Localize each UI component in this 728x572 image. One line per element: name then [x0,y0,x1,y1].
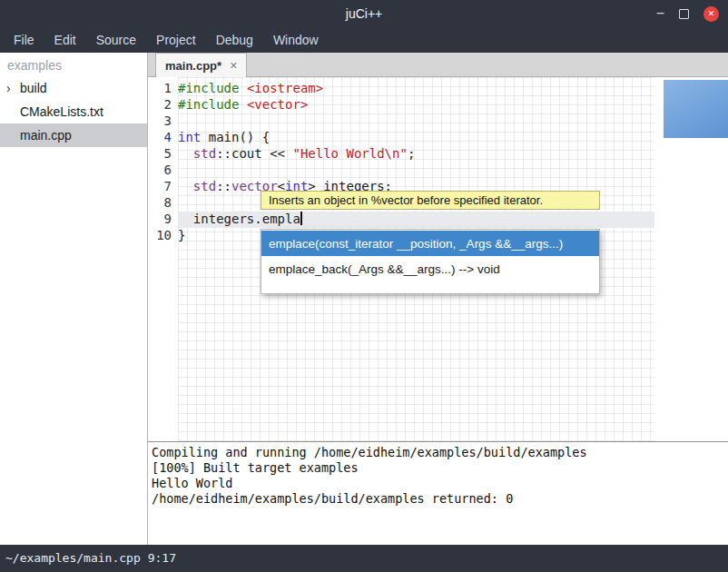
close-icon: ✕ [708,9,715,18]
menu-file[interactable]: File [4,27,44,53]
line-number: 1 [148,81,178,97]
output-line: Hello World [152,476,728,491]
code-line-6[interactable] [178,163,654,179]
code-token: #include [178,81,239,95]
sidebar-item-main-cpp[interactable]: main.cpp [0,123,147,147]
status-file-path: ~/examples/main.cpp [5,551,141,565]
code-line-9[interactable]: integers.empla [178,212,654,228]
code-line-1[interactable]: #include <iostream> [178,81,654,97]
menubar: FileEditSourceProjectDebugWindow [0,27,728,53]
editor[interactable]: 12345678910 #include <iostream>#include … [148,77,728,441]
line-number: 10 [148,228,178,244]
code-line-5[interactable]: std::cout << "Hello World\n"; [178,146,654,163]
code-token: <iostream> [247,81,323,95]
output-line: /home/eidheim/examples/build/examples re… [152,491,728,507]
maximize-button[interactable] [679,9,689,19]
sidebar-item-build[interactable]: ›build [0,76,147,100]
code-token: int [178,130,201,144]
sidebar-item-cmakelists-txt[interactable]: CMakeLists.txt [0,100,147,123]
editor-pane: main.cpp* × 12345678910 #include <iostre… [148,53,728,545]
output-line: [100%] Built target examples [152,460,728,476]
line-number: 2 [148,97,178,113]
tabbar: main.cpp* × [148,53,728,77]
file-tree: ›buildCMakeLists.txtmain.cpp [0,76,147,147]
code-token: std [193,146,216,161]
output-line: Compiling and running /home/eidheim/exam… [152,445,728,460]
project-name: examples [0,53,147,76]
completion-popup: emplace(const_iterator __position, _Args… [261,229,600,294]
code-token [178,146,193,161]
output-panel: Compiling and running /home/eidheim/exam… [148,441,728,545]
line-number: 5 [148,146,178,163]
line-number: 6 [148,163,178,179]
statusbar: ~/examples/main.cpp9:17 [0,545,728,572]
code-token: std [193,179,216,193]
menu-source[interactable]: Source [86,27,146,53]
code-token [239,97,246,112]
code-token: } [178,228,185,242]
menu-project[interactable]: Project [146,27,206,53]
line-number: 8 [148,195,178,212]
file-label: main.cpp [20,128,72,143]
status-cursor-position: 9:17 [148,551,176,565]
code-line-4[interactable]: int main() { [178,130,654,146]
code-token: main() { [201,130,270,144]
code-token: ; [408,146,415,161]
line-number: 7 [148,179,178,195]
text-cursor [300,212,302,225]
sidebar: examples ›buildCMakeLists.txtmain.cpp [0,53,148,545]
code-line-3[interactable] [178,113,654,130]
scroll-indicator[interactable] [664,80,728,138]
tab-label: main.cpp* [165,59,221,73]
window-title: juCi++ [0,0,728,27]
code-token: ::cout << [216,146,292,161]
menu-debug[interactable]: Debug [206,27,263,53]
app-window: juCi++ − ✕ FileEditSourceProjectDebugWin… [0,0,728,572]
tab-main-cpp[interactable]: main.cpp* × [155,53,247,77]
close-button[interactable]: ✕ [703,6,719,22]
line-number: 3 [148,113,178,130]
file-label: build [20,81,47,95]
code-token: <vector> [247,97,308,112]
tab-close-icon[interactable]: × [230,58,237,73]
code-token [239,81,246,95]
code-token: :: [216,179,231,193]
completion-item[interactable]: emplace_back(_Args &&__args...) --> void [261,256,599,281]
window-controls: − ✕ [656,0,719,27]
minimize-button[interactable]: − [656,6,664,21]
code-token: integers.empla [178,212,300,226]
menu-edit[interactable]: Edit [44,27,86,53]
code-token: "Hello World\n" [292,146,407,161]
chevron-right-icon[interactable]: › [6,76,11,100]
titlebar: juCi++ − ✕ [0,0,728,27]
line-number: 4 [148,130,178,146]
code-line-2[interactable]: #include <vector> [178,97,654,113]
doc-tooltip: Inserts an object in %vector before spec… [261,191,600,210]
line-number: 9 [148,212,178,228]
line-number-gutter: 12345678910 [148,77,178,441]
menu-window[interactable]: Window [263,27,329,53]
code-token: #include [178,97,239,112]
file-label: CMakeLists.txt [20,104,103,119]
completion-item[interactable]: emplace(const_iterator __position, _Args… [261,231,599,256]
code-token [178,179,193,193]
